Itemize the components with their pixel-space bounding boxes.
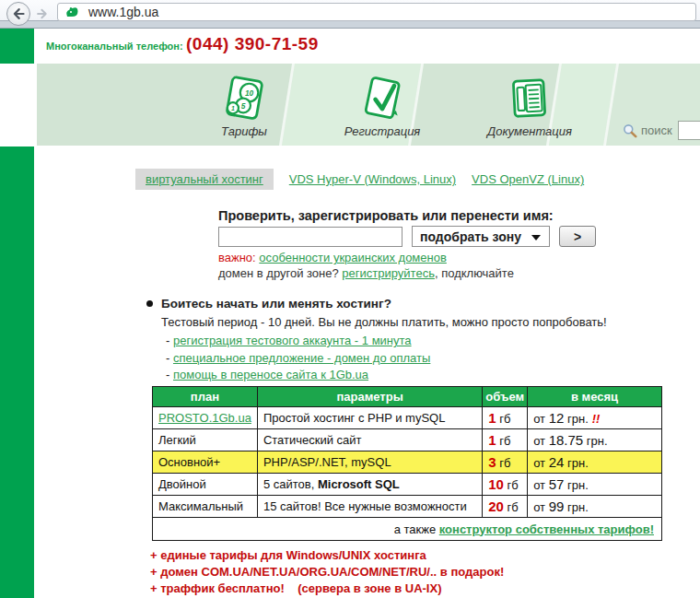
nav-item-documentation[interactable]: Документация — [479, 76, 580, 138]
forward-arrow-icon — [35, 6, 50, 21]
documents-book-icon — [506, 76, 554, 122]
header-search-input[interactable] — [678, 121, 700, 140]
left-sidebar-stripe — [0, 147, 34, 598]
plan-link-prosto[interactable]: PROSTO.1Gb.ua — [158, 411, 251, 425]
domain-submit-button[interactable]: > — [559, 226, 596, 247]
tab-vds-openvz[interactable]: VDS OpenVZ (Linux) — [472, 172, 584, 186]
price-suffix: грн. — [567, 478, 589, 492]
col-header-params: параметры — [257, 387, 482, 407]
nav-label-registration: Регистрация — [332, 124, 433, 138]
col-header-plan: план — [153, 387, 258, 407]
plan-volume-number: 3 — [488, 454, 496, 470]
plan-name: Двойной — [158, 477, 206, 491]
ukrainian-domains-link[interactable]: особенности украинских доменов — [259, 251, 447, 264]
important-label: важно: — [218, 251, 256, 264]
domain-form-title: Проверить, зарегистрировать или перенест… — [218, 208, 554, 223]
table-row-highlighted: Основной+ PHP/ASP/.NET, mySQL 3 гб от 24… — [153, 451, 662, 474]
coins-icon: 10 5 1 — [220, 76, 268, 122]
table-footer-text: а также — [394, 522, 437, 536]
phone-bar: Многоканальный телефон: (044) 390-71-59 — [37, 29, 700, 64]
brand-corner-block — [0, 29, 34, 64]
price-note: !! — [592, 412, 601, 426]
plan-params-bold: Microsoft SQL — [318, 477, 400, 491]
price-suffix: грн. — [567, 412, 589, 426]
benefit-item: + домен COM.UA/NET.UA/ORG.UA/COM/NET/RU/… — [150, 564, 504, 580]
header-search: поиск — [623, 121, 700, 140]
plan-volume-number: 1 — [488, 410, 496, 426]
url-bar[interactable]: www.1gb.ua — [57, 3, 696, 21]
transfer-help-link[interactable]: помощь в переносе сайта к 1Gb.ua — [173, 368, 368, 381]
plan-volume-number: 20 — [488, 498, 504, 514]
dash: - — [166, 368, 169, 381]
tab-virtual-hosting[interactable]: виртуальный хостинг — [135, 169, 274, 190]
price-number: 57 — [549, 476, 565, 492]
price-number: 12 — [549, 410, 565, 426]
dash: - — [166, 351, 169, 365]
search-label: поиск — [641, 123, 672, 137]
tab-vds-hyperv[interactable]: VDS Hyper-V (Windows, Linux) — [289, 172, 456, 186]
plan-volume-number: 10 — [488, 476, 504, 492]
dash: - — [166, 334, 169, 347]
plan-volume-unit: гб — [508, 500, 519, 514]
register-link[interactable]: регистрируйтесь — [342, 266, 435, 280]
table-header-row: план параметры объем в месяц — [153, 387, 662, 407]
price-prefix: от — [533, 434, 545, 448]
nav-item-registration[interactable]: Регистрация — [332, 76, 433, 138]
price-suffix: грн. — [587, 434, 608, 448]
promo-text: Тестовый период - 10 дней. Вы не должны … — [161, 315, 607, 329]
plan-volume-unit: гб — [499, 434, 510, 448]
price-prefix: от — [533, 500, 545, 514]
hosting-tabs: виртуальный хостинг VDS Hyper-V (Windows… — [135, 169, 584, 190]
plan-volume-number: 1 — [488, 432, 496, 448]
plan-volume-unit: гб — [499, 412, 510, 426]
price-number: 24 — [549, 454, 565, 470]
plan-volume-unit: гб — [508, 478, 519, 492]
nav-label-documentation: Документация — [479, 124, 580, 138]
nav-item-tariffs[interactable]: 10 5 1 Тарифы — [193, 76, 295, 138]
special-offer-link[interactable]: специальное предложение - домен до оплат… — [173, 351, 430, 365]
svg-text:1: 1 — [231, 105, 235, 111]
plan-volume-unit: гб — [499, 456, 510, 470]
price-number: 18.75 — [549, 432, 584, 448]
plan-params: 5 сайтов, — [263, 477, 318, 491]
promo-link-row: - помощь в переносе сайта к 1Gb.ua — [166, 367, 607, 383]
promo-heading: Боитесь начать или менять хостинг? — [161, 297, 391, 311]
svg-text:10: 10 — [245, 88, 254, 98]
plans-table: план параметры объем в месяц PROSTO.1Gb.… — [152, 386, 662, 541]
bullet-icon — [146, 300, 153, 307]
plan-name: Максимальный — [158, 499, 243, 513]
domain-input[interactable] — [218, 227, 402, 247]
nav-label-tariffs: Тарифы — [193, 124, 295, 138]
benefit-item: + единые тарифы для Windows/UNIX хостинг… — [150, 547, 504, 564]
other-zone-suffix: , подключайте — [435, 266, 514, 280]
price-prefix: от — [533, 456, 545, 470]
price-number: 99 — [549, 498, 565, 514]
svg-text:5: 5 — [241, 101, 246, 111]
checkmark-sheet-icon — [358, 76, 406, 122]
col-header-volume: объем — [483, 387, 528, 407]
test-account-link[interactable]: регистрация тестового аккаунта - 1 минут… — [173, 334, 412, 347]
table-row: Максимальный 15 сайтов! Все нужные возмо… — [153, 496, 662, 518]
url-text: www.1gb.ua — [88, 5, 158, 19]
benefits-list: + единые тарифы для Windows/UNIX хостинг… — [150, 547, 504, 597]
table-row: PROSTO.1Gb.ua Простой хостинг с PHP и my… — [153, 407, 662, 429]
promo-link-row: - регистрация тестового аккаунта - 1 мин… — [166, 333, 607, 349]
table-row: Легкий Статический сайт 1 гб от 18.75 гр… — [153, 429, 662, 451]
browser-window: www.1gb.ua Многоканальный телефон: (044)… — [0, 0, 700, 598]
back-button[interactable] — [6, 2, 30, 26]
tariff-constructor-link[interactable]: конструктор собственных тарифов! — [439, 522, 654, 536]
important-note: важно: особенности украинских доменов — [218, 251, 447, 264]
other-zone-note: домен в другой зоне? регистрируйтесь, по… — [218, 266, 514, 280]
plan-params: PHP/ASP/.NET, mySQL — [263, 455, 391, 469]
zone-select[interactable]: подобрать зону — [412, 226, 550, 247]
promo-heading-row: Боитесь начать или менять хостинг? — [146, 297, 607, 311]
forward-button[interactable] — [32, 4, 52, 24]
site-header: 10 5 1 Тарифы Регистрация — [37, 64, 700, 146]
browser-toolbar: www.1gb.ua — [0, 0, 700, 29]
benefit-item: + траффик бесплатно! (сервера в зоне в U… — [150, 580, 504, 597]
price-suffix: грн. — [567, 456, 589, 470]
toolbar-divider — [0, 20, 700, 29]
price-prefix: от — [533, 478, 545, 492]
chevron-down-icon — [531, 235, 541, 240]
phone-number: (044) 390-71-59 — [186, 34, 319, 54]
